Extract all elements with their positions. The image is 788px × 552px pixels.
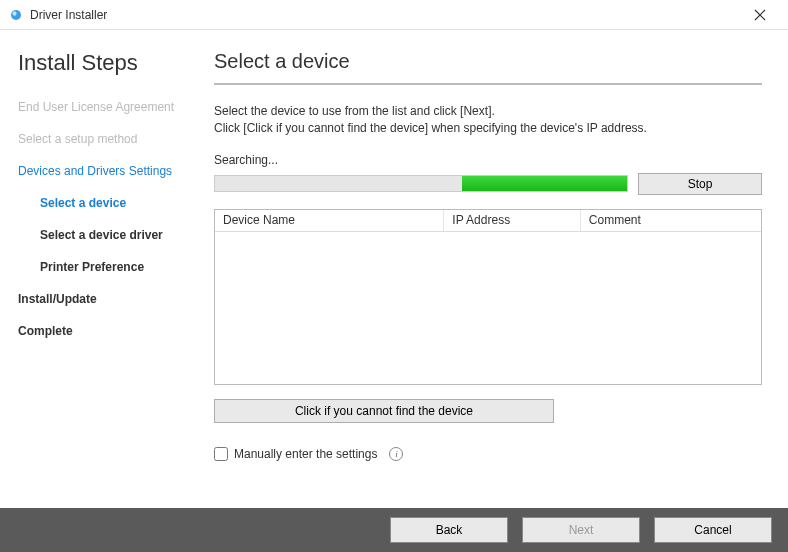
substep-select-device: Select a device (40, 196, 182, 210)
cannot-find-device-button[interactable]: Click if you cannot find the device (214, 399, 554, 423)
substep-select-driver: Select a device driver (40, 228, 182, 242)
step-setup-method: Select a setup method (18, 132, 182, 146)
progress-bar (214, 175, 628, 192)
step-devices-drivers: Devices and Drivers Settings (18, 164, 182, 178)
col-comment: Comment (581, 210, 761, 231)
manual-settings-row: Manually enter the settings i (214, 447, 762, 461)
titlebar: Driver Installer (0, 0, 788, 30)
desc-line-1: Select the device to use from the list a… (214, 104, 495, 118)
stop-button[interactable]: Stop (638, 173, 762, 195)
back-button[interactable]: Back (390, 517, 508, 543)
sidebar: Install Steps End User License Agreement… (0, 30, 200, 508)
col-ip-address: IP Address (444, 210, 581, 231)
info-icon[interactable]: i (389, 447, 403, 461)
substep-printer-pref: Printer Preference (40, 260, 182, 274)
page-title: Select a device (214, 50, 762, 85)
description: Select the device to use from the list a… (214, 103, 762, 137)
cancel-button[interactable]: Cancel (654, 517, 772, 543)
close-icon[interactable] (740, 1, 780, 29)
table-header: Device Name IP Address Comment (215, 210, 761, 232)
sidebar-heading: Install Steps (18, 50, 182, 76)
table-body (215, 232, 761, 384)
footer: Back Next Cancel (0, 508, 788, 552)
col-device-name: Device Name (215, 210, 444, 231)
manual-settings-label: Manually enter the settings (234, 447, 377, 461)
step-install-update: Install/Update (18, 292, 182, 306)
desc-line-2: Click [Click if you cannot find the devi… (214, 121, 647, 135)
step-eula: End User License Agreement (18, 100, 182, 114)
manual-settings-checkbox[interactable] (214, 447, 228, 461)
progress-fill (462, 176, 627, 191)
next-button[interactable]: Next (522, 517, 640, 543)
svg-point-0 (11, 10, 21, 20)
step-complete: Complete (18, 324, 182, 338)
device-table[interactable]: Device Name IP Address Comment (214, 209, 762, 385)
app-icon (8, 7, 24, 23)
svg-point-1 (13, 11, 17, 15)
search-status: Searching... (214, 153, 762, 167)
window-title: Driver Installer (30, 8, 740, 22)
main-panel: Select a device Select the device to use… (200, 30, 788, 508)
